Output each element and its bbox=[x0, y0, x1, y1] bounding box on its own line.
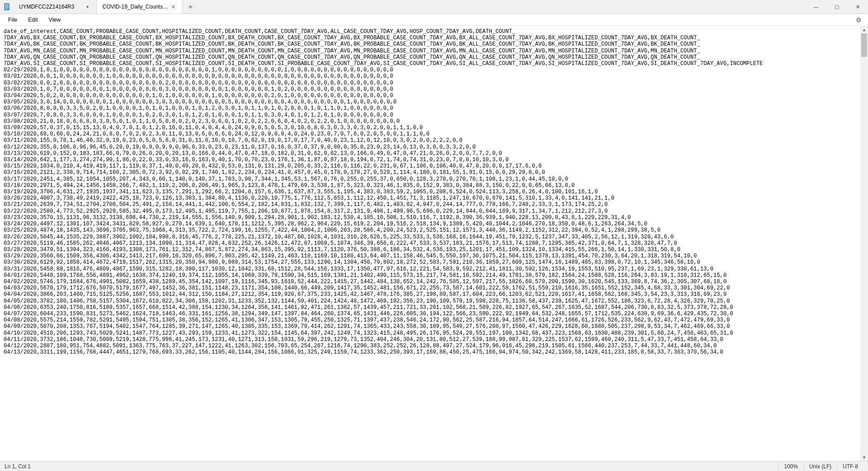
status-zoom[interactable]: 100% bbox=[778, 462, 803, 471]
tab-inactive[interactable]: UYMDFCC2Z14164R3 • bbox=[14, 0, 97, 14]
tab-label: UYMDFCC2Z14164R3 bbox=[19, 4, 84, 10]
statusbar: Ln 1, Col 1 100% Unix (LF) UTF-8 bbox=[0, 461, 868, 471]
notepad-app-icon bbox=[0, 0, 14, 14]
tab-active[interactable]: COVID-19_Daily_Counts_of_Cases_... × bbox=[97, 0, 183, 14]
vertical-scrollbar[interactable]: ▲ ▼ bbox=[860, 26, 868, 461]
svg-rect-0 bbox=[4, 3, 9, 10]
svg-rect-3 bbox=[5, 7, 9, 8]
menu-view[interactable]: View bbox=[43, 15, 66, 24]
editor-area: date_of_interest,CASE_COUNT,PROBABLE_CAS… bbox=[0, 26, 868, 461]
scroll-up-arrow[interactable]: ▲ bbox=[860, 26, 868, 33]
tab-label: COVID-19_Daily_Counts_of_Cases_... bbox=[102, 4, 170, 10]
status-cursor-position: Ln 1, Col 1 bbox=[5, 463, 778, 470]
minimize-button[interactable]: — bbox=[806, 0, 826, 14]
close-icon: ✕ bbox=[856, 4, 860, 10]
tab-close-icon[interactable]: × bbox=[170, 3, 177, 10]
scroll-thumb[interactable] bbox=[861, 33, 867, 57]
gear-icon: ⚙ bbox=[856, 16, 862, 23]
settings-button[interactable]: ⚙ bbox=[852, 15, 865, 25]
window-controls: — ▢ ✕ bbox=[806, 0, 868, 14]
menu-edit[interactable]: Edit bbox=[23, 15, 43, 24]
new-tab-button[interactable]: ＋ bbox=[183, 0, 198, 14]
svg-rect-1 bbox=[5, 5, 9, 5]
maximize-button[interactable]: ▢ bbox=[826, 0, 847, 14]
status-line-ending: Unix (LF) bbox=[803, 462, 837, 471]
menubar: File Edit View ⚙ bbox=[0, 14, 868, 26]
tabs-area: UYMDFCC2Z14164R3 • COVID-19_Daily_Counts… bbox=[0, 0, 806, 14]
plus-icon: ＋ bbox=[187, 2, 194, 12]
tab-dirty-indicator: • bbox=[84, 3, 91, 10]
scroll-down-arrow[interactable]: ▼ bbox=[860, 453, 868, 461]
svg-rect-4 bbox=[5, 9, 7, 9]
titlebar: UYMDFCC2Z14164R3 • COVID-19_Daily_Counts… bbox=[0, 0, 868, 14]
text-editor[interactable]: date_of_interest,CASE_COUNT,PROBABLE_CAS… bbox=[0, 26, 860, 461]
menu-file[interactable]: File bbox=[3, 15, 23, 24]
close-button[interactable]: ✕ bbox=[847, 0, 868, 14]
maximize-icon: ▢ bbox=[835, 4, 839, 10]
svg-rect-2 bbox=[5, 6, 9, 6]
status-encoding: UTF-8 bbox=[837, 462, 863, 471]
minimize-icon: — bbox=[814, 4, 819, 9]
